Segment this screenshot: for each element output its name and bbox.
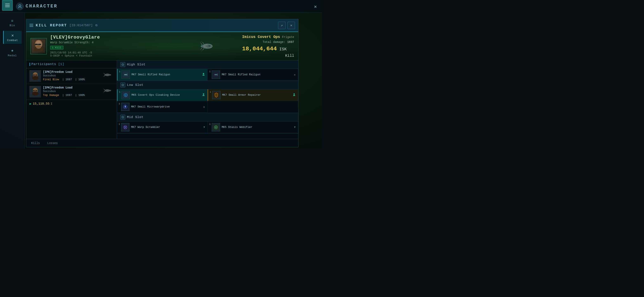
- report-actions: ↗ ✕: [278, 22, 295, 29]
- content-area: Participants [1]: [26, 60, 298, 139]
- low-slot-item-2[interactable]: 1 MK7 Small Armor Repairer: [208, 89, 298, 101]
- high-slot-items: 1 MK7 Small Rifled Railgun: [117, 69, 298, 81]
- svg-rect-45: [217, 74, 218, 76]
- victim-header: [VLEV]GroovyGlare Warp Scramble Strength…: [26, 32, 298, 60]
- high-slot-section: High Slot 1: [117, 60, 298, 81]
- svg-point-52: [294, 93, 295, 95]
- victim-avatar: [30, 38, 47, 54]
- final-blow-label: Final Blow: [43, 78, 59, 81]
- kill-type: Kill: [242, 54, 294, 58]
- participant-name-1: [IPK]Freedom Load: [43, 70, 99, 74]
- isk-label: ISK: [279, 47, 287, 51]
- participant-stat-values-1: | 1697 | 100%: [61, 78, 85, 81]
- sidebar-item-medal[interactable]: ★ Medal: [3, 45, 22, 59]
- close-icon-item[interactable]: ✕: [294, 73, 296, 76]
- bottom-value-row: ▶ 15,110.55 I: [26, 100, 117, 108]
- bio-icon: ≡: [11, 19, 14, 23]
- close-icon: ✕: [290, 23, 292, 27]
- high-item-2-name: MK7 Small Rifled Railgun: [222, 73, 260, 76]
- mid-slot-items: 1 MK7 Warp Scrambler ▼: [117, 121, 298, 133]
- high-slot-item-2[interactable]: 1 MK7 Small Rifled Railgun ✕: [208, 69, 298, 81]
- high-slot-item-1[interactable]: 1 MK7 Small Rifled Railgun: [117, 69, 208, 81]
- isk-value: 18,044,644: [242, 45, 277, 52]
- report-close-button[interactable]: ✕: [288, 22, 295, 29]
- mid-slot-item-1[interactable]: 1 MK7 Warp Scrambler ▼: [117, 121, 208, 133]
- item-qty: 1: [119, 70, 120, 73]
- sidebar-label-combat: Combat: [7, 39, 18, 42]
- mid-slot-item-2[interactable]: 1: [208, 121, 298, 133]
- participant-avatar-1: [30, 70, 41, 82]
- participant-name-2: [IPK]Freedom Load: [43, 86, 99, 89]
- high-slot-header: High Slot: [117, 60, 298, 69]
- combat-icon: ✕: [11, 33, 14, 38]
- low-slot-items: 1 MK5 Covert Ops Cloaking Device: [117, 89, 298, 113]
- item-icon-2: [212, 70, 220, 79]
- mwd-icon: [121, 103, 130, 111]
- svg-rect-40: [127, 74, 128, 76]
- high-item-1-name: MK7 Small Rifled Railgun: [132, 73, 170, 76]
- participant-avatar-2: [30, 86, 41, 97]
- svg-point-59: [125, 127, 126, 128]
- covert-ops-icon: [122, 91, 130, 99]
- high-slot-icon: [120, 62, 125, 67]
- svg-marker-28: [103, 75, 106, 77]
- svg-marker-35: [107, 89, 111, 92]
- participant-row[interactable]: [IPK]Freedom Load Succubus Final Blow | …: [26, 68, 117, 84]
- mwd-close-icon[interactable]: ✕: [203, 105, 205, 109]
- kill-badge: 1 Kill: [50, 46, 63, 49]
- sidebar-item-bio[interactable]: ≡ Bio: [3, 17, 22, 29]
- svg-point-42: [203, 73, 204, 74]
- report-title: KILL REPORT: [36, 23, 67, 27]
- low-slot-header: Low Slot: [117, 81, 298, 89]
- participant-stats-2: Top Damage | 1697 | 100%: [43, 94, 99, 97]
- report-hamburger-button[interactable]: [30, 24, 33, 27]
- kill-report-header: KILL REPORT [ID:6147587] ⧉ ↗ ✕: [26, 19, 298, 32]
- person-icon-1: [202, 73, 205, 77]
- low-slot-section: Low Slot 1: [117, 81, 298, 113]
- sidebar-item-combat[interactable]: ✕ Combat: [3, 31, 22, 44]
- svg-point-0: [19, 4, 21, 6]
- low-slot-icon: [120, 82, 125, 87]
- app-close-button[interactable]: ✕: [311, 2, 320, 11]
- webifier-expand-icon[interactable]: ▼: [294, 126, 296, 129]
- participant-info-1: [IPK]Freedom Load Succubus Final Blow | …: [43, 70, 99, 81]
- header-accent-bar: [30, 63, 30, 66]
- participant-ship-1: Succubus: [43, 74, 99, 77]
- svg-marker-27: [103, 73, 106, 75]
- export-button[interactable]: ↗: [278, 22, 286, 29]
- low-slot-item-1[interactable]: 1 MK5 Covert Ops Cloaking Device: [117, 89, 208, 101]
- mid-slot-title: Mid Slot: [127, 115, 144, 119]
- low-slot-item-3[interactable]: 1 MK7 Small Microwarpdrive: [117, 101, 208, 113]
- ship-type-class: Frigate: [282, 35, 294, 39]
- scrambler-expand-icon[interactable]: ▼: [204, 126, 205, 129]
- svg-marker-37: [103, 90, 106, 93]
- svg-rect-4: [38, 44, 41, 45]
- mid-slot-section: Mid Slot 1: [117, 113, 298, 133]
- participant-info-2: [IPK]Freedom Load Succubus Top Damage | …: [43, 86, 99, 97]
- armor-rep-icon: [212, 91, 220, 99]
- warp-scrambler-icon: [121, 123, 130, 131]
- svg-point-50: [203, 93, 204, 95]
- participants-title: Participants [1]: [31, 62, 64, 66]
- report-id: [ID:6147587]: [70, 24, 93, 27]
- kill-stats: Imicus Covert Ops Frigate Total damage: …: [242, 35, 294, 58]
- participant-row-2[interactable]: [IPK]Freedom Load Succubus Top Damage | …: [26, 84, 117, 100]
- participants-header: Participants [1]: [26, 60, 117, 68]
- hamburger-button[interactable]: [2, 0, 13, 11]
- mid-slot-icon: [120, 115, 125, 120]
- damage-label: Total damage:: [263, 40, 285, 44]
- participant-ship-icon-1: [101, 70, 114, 80]
- svg-rect-32: [33, 90, 35, 91]
- stasis-web-icon: [212, 123, 220, 131]
- tab-losses[interactable]: Losses: [46, 141, 59, 146]
- svg-rect-19: [206, 45, 209, 47]
- svg-point-7: [36, 45, 41, 49]
- tab-kills[interactable]: Kills: [30, 141, 42, 146]
- report-copy-icon[interactable]: ⧉: [95, 24, 98, 27]
- svg-rect-33: [35, 90, 37, 91]
- ship-illustration: [191, 34, 224, 58]
- bottom-isk: 15,110.55: [33, 102, 50, 106]
- participants-panel: Participants [1]: [26, 60, 117, 139]
- ship-type-name: Imicus Covert Ops: [242, 35, 280, 39]
- svg-point-15: [201, 46, 202, 47]
